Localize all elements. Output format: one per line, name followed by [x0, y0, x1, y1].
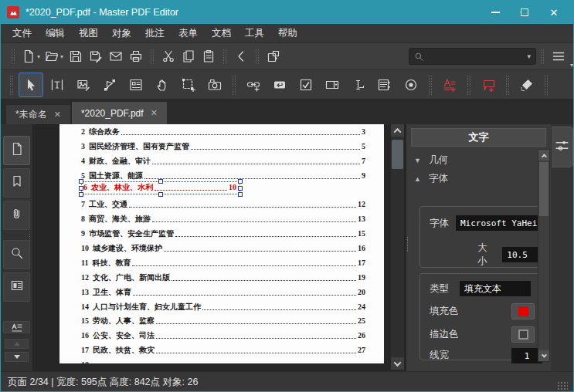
selection-handle[interactable] [238, 179, 243, 184]
toolbar-grip[interactable] [232, 75, 236, 95]
link-button[interactable] [241, 73, 266, 97]
properties-side-tab[interactable] [552, 127, 573, 167]
cut-button[interactable] [158, 46, 178, 67]
toc-row[interactable]: 8商贸、海关、旅游13 [81, 209, 365, 224]
close-button[interactable]: ✕ [539, 2, 569, 22]
sidebar-form-fields-button[interactable] [3, 272, 30, 302]
snapshot-button[interactable] [202, 73, 227, 97]
panel-scroll-up-button[interactable] [538, 150, 549, 161]
toc-row[interactable]: 16公安、安全、司法26 [81, 326, 365, 340]
panel-scrollbar[interactable] [538, 149, 550, 362]
dropdown-arrow-icon[interactable]: ▾ [37, 53, 40, 60]
sidebar-search-button[interactable] [3, 240, 30, 269]
callout-button[interactable] [476, 73, 501, 97]
type-dropdown[interactable]: 填充文本 [460, 281, 531, 296]
print-button[interactable] [126, 46, 146, 67]
toc-row[interactable]: 2综合政务3 [81, 124, 365, 137]
toc-row-selected[interactable]: 6农业、林业、水利10 [81, 181, 365, 195]
new-document-button[interactable]: ▾ [19, 46, 42, 67]
selection-handle[interactable] [79, 192, 83, 197]
toc-row[interactable]: 10城乡建设、环境保护16 [81, 238, 365, 253]
fill-color-swatch[interactable] [511, 303, 535, 319]
sidebar-page-thumbnails-button[interactable] [3, 136, 30, 165]
search-input[interactable] [424, 52, 525, 61]
scroll-down-button[interactable] [391, 357, 404, 370]
scrollbar-thumb[interactable] [392, 140, 403, 169]
window-resize-grip[interactable] [557, 381, 568, 392]
scroll-up-button[interactable] [391, 124, 404, 137]
menu-object[interactable]: 对象 [105, 24, 138, 43]
select-region-button[interactable] [176, 73, 201, 97]
toc-row[interactable]: 12文化、广电、新闻出版19 [81, 268, 365, 282]
hand-button[interactable] [150, 73, 175, 97]
toolbar-grip[interactable] [9, 75, 14, 95]
sidebar-grip[interactable] [29, 231, 32, 242]
toolbar-grip[interactable] [544, 75, 549, 95]
eraser-button[interactable] [515, 73, 539, 97]
text-field-button[interactable] [346, 73, 371, 97]
toc-row[interactable]: 4财政、金融、审计7 [81, 151, 365, 166]
overflow-menu-button[interactable]: ▾ [549, 46, 569, 67]
toolbar-grip[interactable] [505, 75, 510, 95]
stroke-color-swatch[interactable] [511, 326, 535, 343]
paste-button[interactable] [199, 46, 219, 67]
sidebar-signatures-button[interactable] [3, 321, 30, 333]
toolbar-grip[interactable] [540, 49, 545, 64]
toolbar-grip[interactable] [11, 49, 15, 64]
panel-scrollbar-thumb[interactable] [539, 162, 549, 216]
maximize-button[interactable] [510, 2, 539, 22]
radio-button-button[interactable] [399, 73, 423, 97]
tab-close-icon[interactable]: ✕ [151, 108, 158, 118]
selection-handle[interactable] [158, 192, 163, 197]
edit-image-button[interactable] [71, 73, 96, 97]
menu-view[interactable]: 视图 [72, 24, 105, 43]
toolbar-grip[interactable] [150, 49, 155, 64]
dropdown-arrow-icon[interactable]: ▾ [60, 53, 63, 60]
tab-close-icon[interactable]: ✕ [54, 110, 61, 120]
toc-row[interactable]: 18 [81, 355, 365, 363]
toc-row[interactable]: 11科技、教育17 [81, 253, 365, 268]
minimize-button[interactable] [481, 2, 510, 22]
selection-handle[interactable] [79, 179, 83, 184]
toc-row[interactable]: 15劳动、人事、监察25 [81, 312, 365, 326]
sidebar-scroll-up-button[interactable] [5, 339, 29, 349]
select-button[interactable] [19, 73, 43, 97]
save-as-button[interactable] [86, 46, 106, 67]
sidebar-attachments-button[interactable] [3, 201, 30, 230]
vertical-scrollbar[interactable] [391, 124, 404, 370]
search-dropdown-arrow-icon[interactable]: ▾ [527, 52, 531, 60]
font-name-field[interactable]: Microsoft YaHei [456, 215, 543, 231]
menu-help[interactable]: 帮助 [271, 24, 304, 43]
selected-text-object[interactable]: 6农业、林业、水利10 [81, 181, 240, 194]
toc-row[interactable]: 14人口与计划生育、妇女儿童工作24 [81, 297, 365, 312]
menu-comment[interactable]: 批注 [138, 24, 172, 43]
toc-row[interactable]: 17民政、扶贫、救灾27 [81, 340, 365, 355]
list-box-button[interactable] [372, 73, 397, 97]
tab-untitled[interactable]: *未命名 ✕ [5, 104, 71, 124]
selection-handle[interactable] [238, 186, 243, 191]
menu-file[interactable]: 文件 [5, 24, 39, 43]
toc-row[interactable]: 7工业、交通12 [81, 194, 365, 209]
selection-handle[interactable] [158, 179, 163, 184]
toc-row[interactable]: 9市场监管、安全生产监管15 [81, 224, 365, 238]
copy-button[interactable] [178, 46, 199, 67]
edit-path-button[interactable] [97, 73, 122, 97]
email-button[interactable] [106, 46, 126, 67]
menu-edit[interactable]: 编辑 [39, 24, 72, 43]
section-geometry[interactable]: ▼ 几何 [414, 154, 448, 167]
toolbar-grip[interactable] [428, 75, 433, 95]
menu-forms[interactable]: 表单 [172, 24, 205, 43]
selection-handle[interactable] [79, 186, 83, 191]
tab-2020-pdf[interactable]: *2020_PDF.pdf ✕ [71, 101, 168, 124]
toolbar-grip[interactable] [467, 75, 471, 95]
combo-box-button[interactable] [320, 73, 345, 97]
text-annotation-button[interactable] [437, 73, 462, 97]
toc-row[interactable]: 3国民经济管理、国有资产监管5 [81, 137, 365, 151]
back-button[interactable] [231, 46, 251, 67]
menu-document[interactable]: 文档 [205, 24, 238, 43]
panel-splitter-grip[interactable] [406, 236, 409, 252]
save-button[interactable] [66, 46, 86, 67]
search-box[interactable]: ▾ [409, 48, 536, 65]
sidebar-scroll-down-button[interactable] [5, 352, 29, 362]
edit-forms-button[interactable] [124, 73, 148, 97]
